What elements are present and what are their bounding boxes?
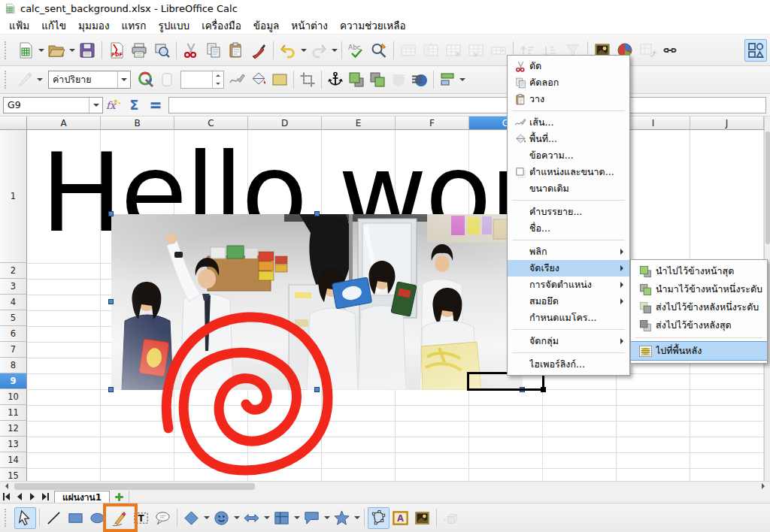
export-pdf-button[interactable]: PDF — [105, 39, 128, 62]
clone-formatting-button[interactable] — [247, 39, 270, 62]
selection-handle-6[interactable] — [314, 387, 320, 392]
menu-2[interactable]: มุมมอง — [72, 16, 115, 35]
crop-button[interactable] — [297, 69, 318, 90]
row-header-14[interactable]: 14 — [0, 452, 27, 468]
row-header-8[interactable]: 8 — [0, 358, 27, 373]
insert-image-from-file-button[interactable] — [411, 507, 433, 529]
arrange-submenu-item-1[interactable]: นำมาไว้ข้างหน้าหนึ่งระดับ — [631, 280, 767, 298]
context-menu-item-5[interactable]: ข้อความ... — [508, 147, 629, 164]
line-style-button[interactable] — [14, 69, 35, 90]
scroll-right-icon[interactable] — [757, 482, 770, 491]
send-backward-button[interactable] — [388, 69, 409, 90]
row-header-12[interactable]: 12 — [0, 421, 27, 437]
row-header-13[interactable]: 13 — [0, 437, 27, 452]
print-preview-button[interactable] — [150, 39, 173, 62]
align-dropdown-icon[interactable] — [458, 68, 466, 91]
context-menu-item-3[interactable]: เส้น... — [508, 114, 629, 131]
menu-8[interactable]: ความช่วยเหลือ — [334, 16, 412, 35]
toolbar-grip[interactable] — [5, 41, 11, 59]
row-header-10[interactable]: 10 — [0, 389, 27, 405]
freeform-line-tool-button[interactable] — [108, 507, 130, 529]
flowchart-button[interactable] — [271, 507, 293, 529]
context-menu-item-14[interactable]: กำหนดแมโคร... — [508, 310, 629, 326]
pivot-table-button[interactable] — [636, 39, 659, 62]
inserted-photo[interactable] — [111, 214, 523, 390]
name-box-dropdown-icon[interactable] — [89, 98, 102, 113]
arrange-submenu-item-3[interactable]: ส่งไปไว้ข้างหลังสุด — [631, 316, 767, 334]
last-sheet-icon[interactable] — [38, 491, 51, 503]
show-draw-functions-button[interactable] — [744, 39, 767, 62]
undo-dropdown-icon[interactable] — [299, 39, 308, 62]
column-header-A[interactable]: A — [27, 116, 101, 130]
row-header-1[interactable]: 1 — [0, 130, 27, 263]
block-arrows-dropdown-icon[interactable] — [262, 506, 271, 529]
menu-3[interactable]: แทรก — [115, 16, 152, 35]
insert-hyperlink-button[interactable] — [659, 39, 681, 62]
column-header-J[interactable]: J — [690, 116, 764, 130]
stars-dropdown-icon[interactable] — [353, 506, 361, 529]
line-style-combobox[interactable]: ค่าปริยาย — [48, 71, 131, 89]
new-document-button[interactable] — [14, 39, 37, 62]
name-box[interactable]: G9 — [3, 97, 103, 113]
arrange-submenu-item-4[interactable]: ไปที่พื้นหลัง — [631, 341, 767, 361]
spin-up-icon[interactable] — [213, 71, 223, 80]
line-width-icon[interactable] — [156, 69, 177, 90]
stars-button[interactable] — [331, 507, 353, 529]
menu-4[interactable]: รูปแบบ — [153, 16, 196, 35]
vertical-scrollbar-thumb[interactable] — [765, 131, 770, 244]
scroll-left-icon[interactable] — [0, 482, 13, 491]
horizontal-scrollbar-thumb[interactable] — [14, 483, 255, 490]
row-header-9[interactable]: 9 — [0, 373, 27, 389]
arrange-submenu-item-0[interactable]: นำไปไว้ข้างหน้าสุด — [631, 262, 767, 280]
toolbar-grip[interactable] — [5, 509, 11, 527]
formula-input[interactable] — [168, 97, 766, 113]
insert-column-button[interactable] — [420, 39, 442, 62]
context-menu-item-1[interactable]: คัดลอก — [508, 74, 629, 91]
context-menu-item-13[interactable]: สมอยึด — [508, 293, 629, 310]
add-sheet-icon[interactable] — [110, 491, 129, 503]
sheet-tab[interactable]: แผ่นงาน1 — [54, 491, 110, 503]
menu-7[interactable]: หน้าต่าง — [285, 16, 334, 35]
callout-shapes-dropdown-icon[interactable] — [323, 506, 331, 529]
line-color-button[interactable] — [135, 69, 156, 90]
context-menu-item-15[interactable]: จัดกลุ่ม — [508, 333, 629, 349]
bring-forward-button[interactable] — [367, 69, 388, 90]
row-header-5[interactable]: 5 — [0, 310, 27, 326]
row-header-6[interactable]: 6 — [0, 326, 27, 342]
to-background-button[interactable] — [409, 69, 430, 90]
save-button[interactable] — [76, 39, 99, 62]
row-header-7[interactable]: 7 — [0, 342, 27, 358]
line-style-dropdown-icon[interactable] — [35, 68, 44, 91]
context-menu-item-7[interactable]: ขนาดเดิม — [508, 180, 629, 197]
ellipse-tool-button[interactable] — [86, 507, 108, 529]
arrange-submenu-item-2[interactable]: ส่งไปไว้ข้างหลังหนึ่งระดับ — [631, 298, 767, 316]
select-all-corner[interactable] — [0, 116, 27, 130]
menu-1[interactable]: แก้ไข — [35, 16, 72, 35]
column-header-B[interactable]: B — [101, 116, 174, 130]
selection-handle-0[interactable] — [108, 211, 114, 216]
background-color-button[interactable] — [269, 69, 290, 90]
fontwork-button[interactable]: A — [390, 507, 411, 529]
row-header-3[interactable]: 3 — [0, 279, 27, 295]
fill-handle[interactable] — [541, 387, 546, 392]
select-tool-button[interactable] — [14, 507, 36, 529]
spin-down-icon[interactable] — [213, 80, 223, 88]
edit-points-button[interactable] — [368, 507, 390, 529]
anchor-button[interactable] — [325, 69, 346, 90]
context-menu-item-10[interactable]: พลิก — [508, 243, 629, 260]
line-properties-button[interactable] — [227, 69, 248, 90]
line-width-spinner[interactable] — [180, 71, 224, 89]
redo-dropdown-icon[interactable] — [330, 39, 338, 62]
cut-button[interactable] — [180, 39, 202, 62]
insert-row-button[interactable] — [397, 39, 420, 62]
function-wizard-button[interactable]: fx — [103, 95, 124, 115]
rectangle-tool-button[interactable] — [65, 507, 86, 529]
basic-shapes-dropdown-icon[interactable] — [202, 506, 211, 529]
context-menu-item-4[interactable]: พื้นที่... — [508, 131, 629, 147]
paste-button[interactable] — [225, 39, 247, 62]
first-sheet-icon[interactable] — [0, 491, 13, 503]
menu-5[interactable]: เครื่องมือ — [196, 16, 247, 35]
open-button[interactable] — [45, 39, 68, 62]
row-header-11[interactable]: 11 — [0, 405, 27, 421]
find-replace-button[interactable] — [368, 39, 390, 62]
